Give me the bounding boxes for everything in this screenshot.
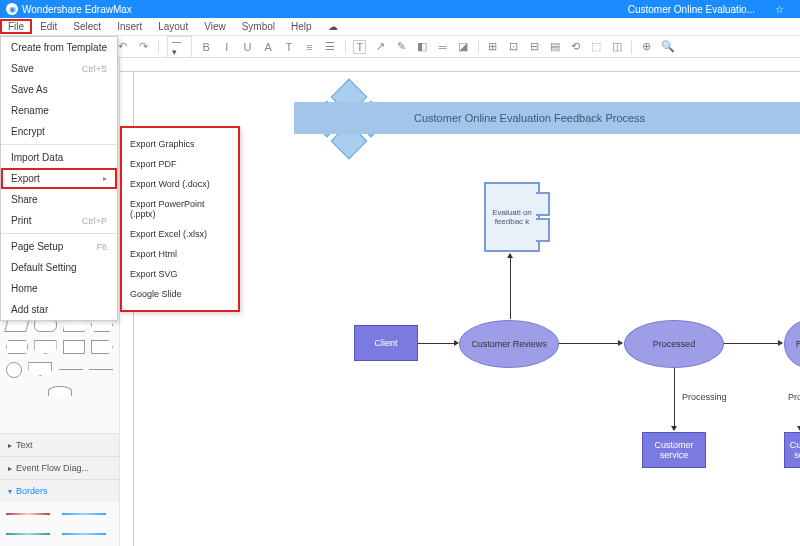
export-google-slide[interactable]: Google Slide [122, 284, 238, 304]
fill-icon[interactable]: ◧ [416, 40, 429, 54]
text-tool-icon[interactable]: T [353, 40, 366, 54]
title-bar: ◉ Wondershare EdrawMax Customer Online E… [0, 0, 800, 18]
connector-icon[interactable]: ↗ [374, 40, 387, 54]
export-excel[interactable]: Export Excel (.xlsx) [122, 224, 238, 244]
label-processing: Processing [682, 392, 727, 402]
size-icon[interactable]: ⬚ [590, 40, 603, 54]
symbols-icon[interactable]: ⊕ [640, 40, 653, 54]
menu-edit[interactable]: Edit [32, 19, 65, 34]
menu-create-template[interactable]: Create from Template [1, 37, 117, 58]
shape-card[interactable] [63, 340, 85, 354]
menu-share[interactable]: Share [1, 189, 117, 210]
line-icon[interactable]: ═ [436, 40, 449, 54]
text-format-icon[interactable]: T [283, 40, 296, 54]
menu-symbol[interactable]: Symbol [234, 19, 283, 34]
node-cust-partial[interactable]: Cust se [784, 432, 800, 468]
redo-icon[interactable]: ↷ [137, 40, 150, 54]
arrow [724, 343, 782, 344]
layer-icon[interactable]: ▤ [549, 40, 562, 54]
menu-default-setting[interactable]: Default Setting [1, 257, 117, 278]
section-eventflow[interactable]: ▸Event Flow Diag... [0, 456, 119, 479]
app-name: Wondershare EdrawMax [22, 4, 132, 15]
menu-rename[interactable]: Rename [1, 100, 117, 121]
menu-export[interactable]: Export▸ [1, 168, 117, 189]
align-objects-icon[interactable]: ⊞ [487, 40, 500, 54]
menu-bar: File Edit Select Insert Layout View Symb… [0, 18, 800, 36]
export-pdf[interactable]: Export PDF [122, 154, 238, 174]
menu-help[interactable]: Help [283, 19, 320, 34]
group-icon[interactable]: ⊟ [528, 40, 541, 54]
app-logo-icon: ◉ [6, 3, 18, 15]
menu-print[interactable]: PrintCtrl+P [1, 210, 117, 231]
section-borders[interactable]: ▾Borders [0, 479, 119, 502]
star-icon[interactable]: ☆ [775, 4, 784, 15]
crop-icon[interactable]: ◫ [611, 40, 624, 54]
shape-arc[interactable] [48, 386, 72, 396]
shape-hex-2[interactable] [6, 340, 28, 354]
border-sample[interactable] [62, 508, 106, 520]
shape-chevron[interactable] [91, 340, 113, 354]
ruler-horizontal [120, 58, 800, 72]
diagram-title: Customer Online Evaluation Feedback Proc… [414, 112, 645, 124]
export-graphics[interactable]: Export Graphics [122, 134, 238, 154]
node-processed[interactable]: Processed [624, 320, 724, 368]
menu-view[interactable]: View [196, 19, 234, 34]
borders-samples [0, 502, 119, 546]
menu-file[interactable]: File [0, 19, 32, 34]
border-sample[interactable] [6, 508, 50, 520]
export-powerpoint[interactable]: Export PowerPoint (.pptx) [122, 194, 238, 224]
document-title[interactable]: Customer Online Evaluatio... [628, 4, 755, 15]
export-submenu: Export Graphics Export PDF Export Word (… [120, 126, 240, 312]
arrow [418, 343, 458, 344]
font-size-selector[interactable]: — ▾ [167, 36, 192, 58]
shape-pentagon[interactable] [34, 340, 56, 354]
menu-page-setup[interactable]: Page SetupF6 [1, 236, 117, 257]
menu-home[interactable]: Home [1, 278, 117, 299]
border-sample[interactable] [6, 528, 50, 540]
font-color-icon[interactable]: A [262, 40, 275, 54]
export-svg[interactable]: Export SVG [122, 264, 238, 284]
menu-cloud-icon[interactable]: ☁ [320, 19, 346, 34]
italic-icon[interactable]: I [221, 40, 234, 54]
node-reviews[interactable]: Customer Reviews [459, 320, 559, 368]
menu-select[interactable]: Select [65, 19, 109, 34]
shape-circle[interactable] [6, 362, 22, 378]
node-customer-service[interactable]: Customer service [642, 432, 706, 468]
menu-import-data[interactable]: Import Data [1, 147, 117, 168]
toolbar: ↶ ↷ — ▾ B I U A T ≡ ☰ T ↗ ✎ ◧ ═ ◪ ⊞ ⊡ ⊟ … [0, 36, 800, 58]
export-html[interactable]: Export Html [122, 244, 238, 264]
menu-save-as[interactable]: Save As [1, 79, 117, 100]
shape-line[interactable] [59, 369, 83, 370]
e-shape[interactable]: Evaluati on feedbac k [484, 182, 540, 252]
underline-icon[interactable]: U [241, 40, 254, 54]
arrow [510, 254, 511, 319]
shape-arrow[interactable] [89, 369, 113, 370]
menu-insert[interactable]: Insert [109, 19, 150, 34]
arrow [674, 368, 675, 430]
menu-save[interactable]: SaveCtrl+S [1, 58, 117, 79]
label-proce-partial: Proce [788, 392, 800, 402]
rotate-icon[interactable]: ⟲ [569, 40, 582, 54]
node-partial-r[interactable]: R [784, 320, 800, 368]
undo-icon[interactable]: ↶ [117, 40, 130, 54]
align-icon[interactable]: ≡ [303, 40, 316, 54]
file-dropdown: Create from Template SaveCtrl+S Save As … [0, 36, 118, 321]
bold-icon[interactable]: B [200, 40, 213, 54]
arrow [559, 343, 622, 344]
distribute-icon[interactable]: ⊡ [507, 40, 520, 54]
node-client[interactable]: Client [354, 325, 418, 361]
border-sample[interactable] [62, 528, 106, 540]
export-word[interactable]: Export Word (.docx) [122, 174, 238, 194]
diagram-title-bar: Customer Online Evaluation Feedback Proc… [294, 102, 800, 134]
pen-icon[interactable]: ✎ [395, 40, 408, 54]
section-text[interactable]: ▸Text [0, 433, 119, 456]
menu-encrypt[interactable]: Encrypt [1, 121, 117, 142]
menu-layout[interactable]: Layout [150, 19, 196, 34]
menu-add-star[interactable]: Add star [1, 299, 117, 320]
shadow-icon[interactable]: ◪ [457, 40, 470, 54]
shape-shield[interactable] [28, 362, 52, 376]
search-icon[interactable]: 🔍 [661, 40, 675, 54]
list-icon[interactable]: ☰ [324, 40, 337, 54]
